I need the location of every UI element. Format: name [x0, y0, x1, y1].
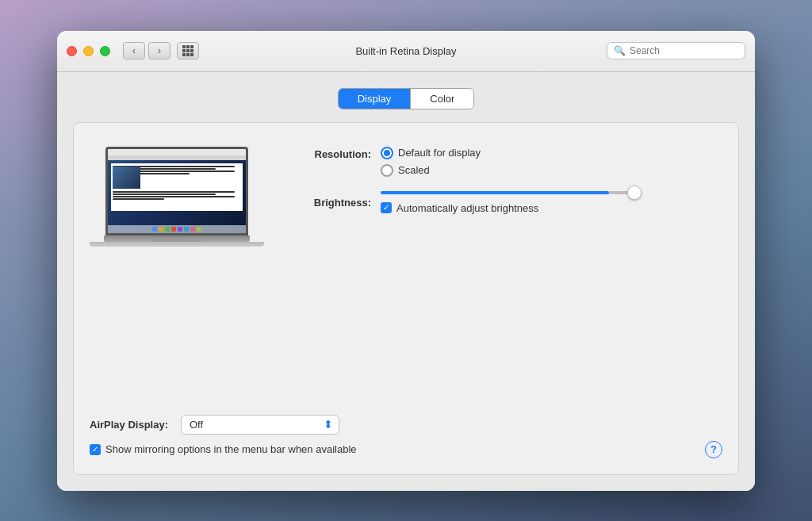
radio-default-button[interactable]: [381, 147, 393, 159]
dock-icon: [165, 227, 170, 232]
help-button[interactable]: ?: [705, 441, 722, 458]
slider-thumb[interactable]: [627, 186, 642, 200]
traffic-lights: [67, 46, 110, 56]
laptop-screen: [105, 147, 248, 236]
resolution-label: Resolution:: [288, 147, 371, 160]
screen-menubar: [108, 149, 246, 155]
back-icon: ‹: [132, 45, 136, 56]
mirroring-row: ✓ Show mirroring options in the menu bar…: [90, 441, 722, 458]
grid-icon: [182, 45, 193, 56]
mirroring-checkmark: ✓: [92, 446, 98, 454]
dock-icon: [171, 227, 176, 232]
airplay-select[interactable]: Off On: [181, 415, 339, 435]
dock-icon: [184, 227, 189, 232]
mirroring-left: ✓ Show mirroring options in the menu bar…: [90, 443, 357, 455]
radio-scaled-button[interactable]: [381, 164, 393, 177]
nav-buttons: ‹ ›: [123, 42, 170, 59]
screen-inner: [108, 149, 246, 233]
back-button[interactable]: ‹: [123, 42, 145, 59]
dock-icon: [197, 227, 201, 232]
slider-track: [381, 191, 634, 194]
radio-default-label: Default for display: [398, 147, 481, 159]
forward-button[interactable]: ›: [148, 42, 170, 59]
airplay-select-wrapper: Off On ⬍: [181, 415, 339, 435]
laptop-bottom: [90, 242, 264, 247]
laptop-illustration: [90, 147, 264, 247]
doc-line: [113, 196, 235, 197]
radio-scaled[interactable]: Scaled: [381, 164, 481, 177]
system-preferences-window: ‹ › Built-in Retina Display 🔍 Display Co…: [57, 31, 755, 491]
auto-brightness-label: Automatically adjust brightness: [396, 202, 538, 214]
resolution-row: Resolution: Default for display Scaled: [288, 147, 722, 177]
dock-icon: [178, 227, 182, 232]
laptop-base: [104, 236, 250, 242]
airplay-label: AirPlay Display:: [90, 419, 168, 431]
controls-area: Resolution: Default for display Scaled: [288, 139, 722, 222]
radio-scaled-label: Scaled: [398, 164, 430, 176]
bottom-bar: AirPlay Display: Off On ⬍: [90, 412, 722, 435]
slider-fill: [381, 191, 609, 194]
search-bar[interactable]: 🔍: [607, 42, 745, 59]
screen-toolbar: [108, 155, 246, 160]
laptop: [90, 147, 264, 247]
doc-line: [113, 198, 164, 200]
radio-default-inner: [384, 150, 390, 156]
panel-content: Resolution: Default for display Scaled: [90, 139, 722, 399]
resolution-options: Default for display Scaled: [381, 147, 481, 177]
slider-container: ✓ Automatically adjust brightness: [381, 191, 634, 214]
forward-icon: ›: [158, 45, 161, 56]
doc-line: [113, 191, 235, 193]
auto-brightness-checkbox[interactable]: ✓: [381, 202, 392, 213]
search-icon: 🔍: [614, 45, 626, 56]
checkmark-icon: ✓: [383, 204, 389, 212]
doc-line: [113, 193, 216, 195]
dock-icon: [152, 227, 157, 232]
window-title: Built-in Retina Display: [355, 45, 456, 57]
tab-display[interactable]: Display: [339, 89, 412, 109]
brightness-row: Brightness: ✓: [288, 191, 722, 214]
mirroring-label: Show mirroring options in the menu bar w…: [105, 443, 357, 455]
grid-view-button[interactable]: [177, 42, 199, 59]
tabs-container: Display Color: [73, 88, 739, 109]
search-input[interactable]: [630, 45, 738, 56]
maximize-button[interactable]: [100, 46, 110, 56]
titlebar: ‹ › Built-in Retina Display 🔍: [57, 31, 755, 72]
brightness-label: Brightness:: [288, 197, 371, 209]
minimize-button[interactable]: [83, 46, 94, 56]
screen-doc: [111, 163, 243, 211]
dock-icon: [159, 227, 163, 232]
tab-group: Display Color: [338, 88, 475, 109]
dock-icon: [190, 227, 195, 232]
main-panel: Resolution: Default for display Scaled: [73, 122, 739, 475]
auto-brightness-row: ✓ Automatically adjust brightness: [381, 202, 634, 214]
content-area: Display Color: [57, 72, 755, 491]
mirroring-checkbox[interactable]: ✓: [90, 444, 101, 455]
screen-image: [113, 167, 140, 189]
close-button[interactable]: [67, 46, 77, 56]
tab-color[interactable]: Color: [411, 89, 473, 109]
screen-dock: [108, 225, 246, 233]
brightness-slider[interactable]: [381, 191, 634, 194]
radio-default[interactable]: Default for display: [381, 147, 481, 159]
